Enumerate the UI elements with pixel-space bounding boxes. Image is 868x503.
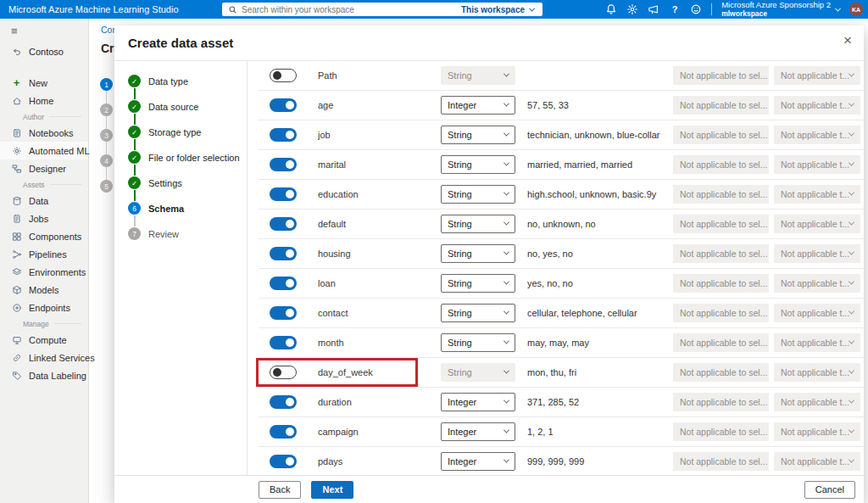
type-dropdown[interactable]: Integer <box>441 452 515 471</box>
column-name: campaign <box>318 427 441 437</box>
include-column-toggle[interactable] <box>270 158 297 171</box>
endpoints-icon <box>11 302 22 313</box>
cancel-button[interactable]: Cancel <box>804 481 855 499</box>
chevron-down-icon <box>849 308 854 314</box>
check-icon: ✓ <box>128 151 141 164</box>
sidebar-item-home[interactable]: Home <box>0 92 88 109</box>
include-column-toggle[interactable] <box>270 366 297 379</box>
sample-values: mon, thu, fri <box>527 367 673 377</box>
help-icon[interactable]: ? <box>669 3 681 15</box>
search-scope-dropdown[interactable]: This workspace <box>453 3 542 16</box>
gear-icon[interactable] <box>626 3 638 15</box>
include-column-toggle[interactable] <box>270 336 297 349</box>
top-bar: Microsoft Azure Machine Learning Studio … <box>0 0 868 19</box>
include-column-toggle[interactable] <box>270 395 297 409</box>
wizard-step-review[interactable]: 7 Review <box>128 227 247 240</box>
chevron-down-icon <box>504 308 509 314</box>
app-title[interactable]: Microsoft Azure Machine Learning Studio <box>8 0 179 19</box>
sidebar-item-jobs[interactable]: Jobs <box>0 210 88 227</box>
avatar[interactable]: KA <box>849 3 863 16</box>
include-column-toggle[interactable] <box>270 277 297 290</box>
sidebar-item-environments[interactable]: Environments <box>0 263 88 281</box>
sidebar-item-endpoints[interactable]: Endpoints <box>0 299 88 316</box>
include-column-toggle[interactable] <box>270 98 297 112</box>
not-applicable-dropdown: Not applicable t... <box>774 155 860 174</box>
schema-row: job String technician, unknown, blue-col… <box>259 120 864 150</box>
include-column-toggle[interactable] <box>270 187 297 201</box>
back-button[interactable]: Back <box>259 481 301 499</box>
sample-values: may, may, may <box>527 338 673 348</box>
sidebar-item-compute[interactable]: Compute <box>0 331 88 349</box>
feedback-icon[interactable] <box>690 3 702 15</box>
include-column-toggle[interactable] <box>270 425 297 439</box>
not-applicable-dropdown: Not applicable t... <box>774 66 860 85</box>
sidebar-item-linked-services[interactable]: Linked Services <box>0 349 88 366</box>
include-column-toggle[interactable] <box>270 455 297 468</box>
data-icon <box>11 195 22 206</box>
wizard-step-schema[interactable]: 6 Schema <box>128 202 247 215</box>
linked-services-icon <box>11 352 22 363</box>
type-dropdown[interactable]: Integer <box>441 96 515 115</box>
step-state-icon: 7 <box>128 227 141 240</box>
not-applicable-dropdown: Not applicable t... <box>774 363 860 382</box>
sample-values: 371, 285, 52 <box>527 397 673 407</box>
hamburger-menu-icon[interactable]: ≡ <box>0 19 88 36</box>
not-applicable-input: Not applicable to sel... <box>673 363 769 382</box>
sample-values: married, married, married <box>527 159 673 170</box>
sidebar-item-notebooks[interactable]: Notebooks <box>0 124 88 142</box>
bell-icon[interactable] <box>605 3 617 15</box>
type-dropdown[interactable]: String <box>441 304 515 322</box>
type-dropdown[interactable]: String <box>441 126 515 144</box>
automated-ml-icon <box>11 145 22 156</box>
megaphone-icon[interactable] <box>648 3 659 15</box>
sidebar-item-data[interactable]: Data <box>0 192 88 210</box>
sidebar-item-pipelines[interactable]: Pipelines <box>0 245 88 263</box>
column-name: job <box>318 130 441 140</box>
include-column-toggle[interactable] <box>270 247 297 260</box>
type-dropdown[interactable]: String <box>441 244 515 263</box>
include-column-toggle[interactable] <box>270 128 297 142</box>
not-applicable-dropdown: Not applicable t... <box>774 333 860 352</box>
home-icon <box>11 95 22 106</box>
type-dropdown[interactable]: String <box>441 215 515 233</box>
sidebar-item-models[interactable]: Models <box>0 281 88 299</box>
next-button[interactable]: Next <box>311 481 353 499</box>
type-dropdown[interactable]: String <box>441 185 515 204</box>
sidebar-item-data-labeling[interactable]: Data Labeling <box>0 366 88 384</box>
components-icon <box>11 231 22 242</box>
not-applicable-dropdown: Not applicable t... <box>774 393 860 411</box>
include-column-toggle[interactable] <box>270 306 297 320</box>
type-dropdown[interactable]: String <box>441 333 515 352</box>
sidebar-item-automated-ml[interactable]: Automated ML <box>0 142 88 159</box>
not-applicable-input: Not applicable to sel... <box>673 66 769 85</box>
designer-icon <box>11 163 22 174</box>
wizard-step-data-source[interactable]: ✓ Data source <box>128 100 247 113</box>
background-step-circle: 5 <box>100 180 113 193</box>
sidebar-item-designer[interactable]: Designer <box>0 159 88 177</box>
wizard-step-data-type[interactable]: ✓ Data type <box>128 75 247 87</box>
sample-values: technician, unknown, blue-collar <box>527 130 673 140</box>
undo-arrow-icon <box>11 46 22 57</box>
type-dropdown[interactable]: Integer <box>441 393 515 411</box>
close-icon[interactable]: × <box>843 33 852 48</box>
wizard-steps: ✓ Data type ✓ Data source ✓ Storage type… <box>114 61 248 475</box>
chevron-down-icon <box>504 278 509 284</box>
wizard-step-settings[interactable]: ✓ Settings <box>128 176 247 189</box>
include-column-toggle[interactable] <box>270 69 297 82</box>
include-column-toggle[interactable] <box>270 217 297 231</box>
wizard-step-file-or-folder-selection[interactable]: ✓ File or folder selection <box>128 151 247 164</box>
account-menu[interactable]: Microsoft Azure Sponsorship 2 mlworkspac… <box>721 1 840 18</box>
column-name: default <box>318 219 441 229</box>
type-dropdown[interactable]: String <box>441 274 515 293</box>
wizard-step-storage-type[interactable]: ✓ Storage type <box>128 126 247 138</box>
type-dropdown[interactable]: String <box>441 155 515 174</box>
type-dropdown[interactable]: Integer <box>441 422 515 441</box>
sample-values: no, yes, no <box>527 249 673 259</box>
check-icon: ✓ <box>128 176 141 189</box>
org-switcher[interactable]: Contoso <box>0 36 88 57</box>
column-name: month <box>318 338 441 348</box>
sidebar-item-new[interactable]: + New <box>0 74 88 92</box>
sidebar-item-components[interactable]: Components <box>0 227 88 245</box>
search-input[interactable] <box>242 5 453 14</box>
step-connector <box>106 116 107 129</box>
